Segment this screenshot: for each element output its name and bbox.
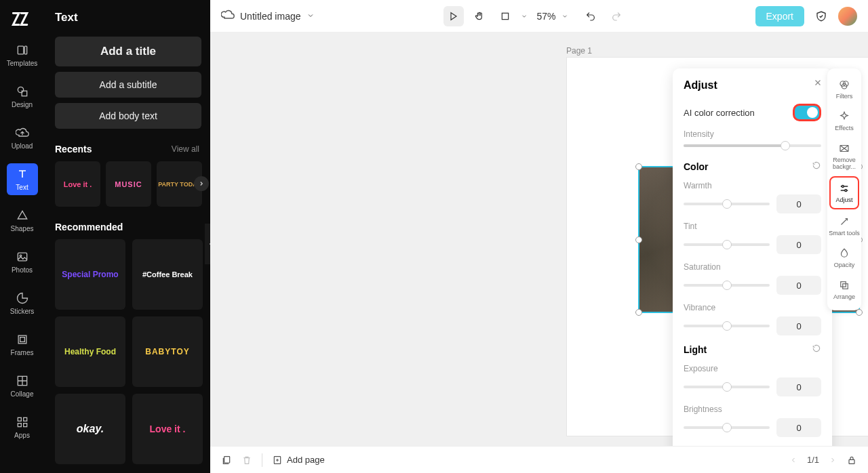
vibrance-label: Vibrance [684,303,821,312]
saturation-slider[interactable] [684,284,770,287]
resize-handle-br[interactable] [856,309,863,316]
smart-tools-button[interactable]: Smart tools [827,211,861,241]
zoom-dropdown-icon[interactable] [561,10,568,22]
recents-row: Love it . MUSIC PARTY TODAY [55,161,205,207]
nav-photos[interactable]: Photos [7,246,38,278]
brightness-label: Brightness [684,405,821,414]
topbar: Untitled image 57% [210,0,868,33]
prev-page-button[interactable] [789,456,797,464]
bottombar: Add page 1/1 [210,446,868,473]
svg-rect-7 [20,337,24,342]
cloud-icon[interactable] [221,8,235,24]
nav-label: Apps [14,432,30,439]
tint-label: Tint [684,222,821,231]
tint-slider[interactable] [684,243,770,246]
vibrance-slider[interactable] [684,325,770,327]
opacity-button[interactable]: Opacity [827,243,861,273]
add-body-button[interactable]: Add body text [55,103,201,129]
arrange-button[interactable]: Arrange [827,274,861,305]
svg-rect-12 [23,424,26,427]
svg-rect-24 [841,282,846,287]
exposure-value[interactable]: 0 [776,377,821,396]
crop-tool-button[interactable] [495,6,515,26]
add-page-button[interactable]: Add page [272,455,325,466]
recommended-item[interactable]: Love it . [132,394,203,464]
reset-light-button[interactable] [812,344,821,356]
nav-label: Design [12,101,33,108]
user-avatar[interactable] [838,7,857,26]
next-page-button[interactable] [829,456,837,464]
svg-rect-11 [18,424,21,427]
nav-frames[interactable]: Frames [7,329,38,361]
collapse-panel-button[interactable] [205,224,210,264]
nav-rail: Templates Design Upload Text Shapes Phot… [0,0,44,473]
play-cursor-button[interactable] [443,6,464,26]
document-title[interactable]: Untitled image [240,11,301,22]
zoom-level[interactable]: 57% [537,11,556,22]
adjust-panel-title: Adjust [684,79,821,91]
view-all-link[interactable]: View all [172,144,199,154]
svg-rect-26 [224,456,230,462]
warmth-value[interactable]: 0 [776,194,821,213]
crop-dropdown-icon[interactable] [521,10,528,22]
resize-handle-bl[interactable] [635,309,642,316]
canvas[interactable]: Page 1 Adjust [210,33,868,446]
app-logo[interactable] [8,8,37,30]
nav-collage[interactable]: Collage [7,370,38,402]
add-subtitle-button[interactable]: Add a subtitle [55,72,201,98]
redo-button[interactable] [606,6,627,26]
side-panel-heading: Text [55,11,205,24]
exposure-slider[interactable] [684,386,770,388]
recent-item[interactable]: Love it . [55,161,100,207]
effects-button[interactable]: Effects [827,106,861,136]
recent-item[interactable]: MUSIC [106,161,151,207]
saturation-value[interactable]: 0 [776,276,821,295]
nav-label: Photos [12,266,33,274]
recommended-item[interactable]: okay. [55,394,125,464]
filters-button[interactable]: Filters [827,74,861,104]
recommended-item[interactable]: #Coffee Break [132,239,203,310]
adjust-panel: Adjust AI color correction Intensity Col… [673,68,832,446]
recommended-grid: Special Promo #Coffee Break Healthy Food… [55,239,205,464]
title-dropdown-icon[interactable] [307,10,315,22]
pages-button[interactable] [221,455,232,466]
contrast-label: Contrast [684,445,821,446]
adjust-button[interactable]: Adjust [829,176,859,209]
tint-value[interactable]: 0 [776,235,821,254]
hand-tool-button[interactable] [469,6,490,26]
export-button[interactable]: Export [755,6,804,26]
lock-button[interactable] [846,455,857,466]
nav-label: Stickers [10,308,35,315]
nav-upload[interactable]: Upload [7,122,38,154]
delete-button[interactable] [241,455,252,466]
nav-shapes[interactable]: Shapes [7,205,38,236]
nav-design[interactable]: Design [7,81,38,112]
add-title-button[interactable]: Add a title [55,37,201,66]
nav-stickers[interactable]: Stickers [7,287,38,319]
undo-button[interactable] [580,6,601,26]
svg-rect-25 [843,284,848,289]
nav-templates[interactable]: Templates [7,39,38,71]
shield-icon[interactable] [811,6,831,26]
recommended-item[interactable]: Special Promo [55,239,125,310]
close-panel-button[interactable] [813,78,823,90]
warmth-slider[interactable] [684,203,770,205]
ai-color-toggle[interactable] [793,104,821,121]
resize-handle-tl[interactable] [635,163,642,170]
nav-apps[interactable]: Apps [7,411,38,443]
reset-color-button[interactable] [812,161,821,173]
page-indicator: 1/1 [807,455,819,465]
vibrance-value[interactable]: 0 [776,316,821,335]
recents-next-button[interactable] [194,176,209,191]
nav-label: Frames [11,349,34,356]
resize-handle-ml[interactable] [635,236,642,243]
brightness-value[interactable]: 0 [776,418,821,437]
nav-label: Shapes [11,225,34,232]
intensity-label: Intensity [684,129,821,139]
nav-text[interactable]: Text [7,163,38,195]
intensity-slider[interactable] [684,144,821,147]
remove-background-button[interactable]: Remove backgr... [827,138,861,175]
recommended-item[interactable]: Healthy Food [55,316,125,387]
recommended-item[interactable]: BABYTOY [132,316,203,387]
brightness-slider[interactable] [684,426,770,429]
